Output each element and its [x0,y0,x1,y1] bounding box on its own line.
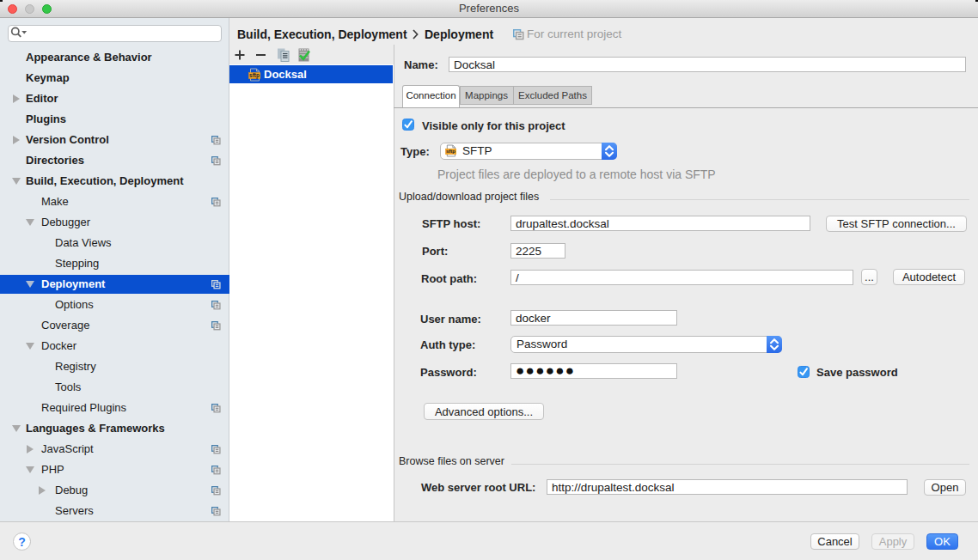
svg-text:sftp: sftp [446,149,455,154]
svg-text:sftp: sftp [249,72,260,79]
